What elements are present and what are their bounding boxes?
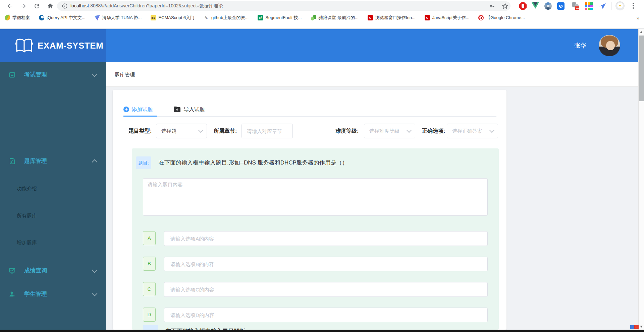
bookmark-star-icon[interactable] xyxy=(502,3,508,9)
difficulty-label: 难度等级: xyxy=(335,124,359,138)
tab-import-question[interactable]: 导入试题 xyxy=(173,104,210,116)
breadcrumb: 题库管理 xyxy=(115,62,135,87)
vue-devtools-icon[interactable] xyxy=(532,2,539,10)
open-book-logo-icon xyxy=(15,38,33,54)
user-avatar[interactable] xyxy=(599,35,620,56)
analysis-hint: 在下面的输入框中输入题目解析 xyxy=(165,325,245,330)
bookmark-item[interactable]: jQuery API 中文文... xyxy=(39,15,86,21)
correct-option-select[interactable]: 选择正确答案 xyxy=(447,124,498,138)
option-d-badge: D xyxy=(143,308,156,322)
browser-chrome: localhost:8088/#/addAnswerChildren?paper… xyxy=(0,0,644,28)
csdn-icon: C xyxy=(368,15,373,20)
tab-add-question[interactable]: + 添加试题 xyxy=(123,104,157,116)
chevron-down-icon xyxy=(198,127,204,133)
option-a-input[interactable] xyxy=(164,231,488,246)
sidebar-subitem-all-banks[interactable]: 所有题库 xyxy=(0,208,106,223)
question-bank-icon xyxy=(9,158,15,164)
active-tab-indicator xyxy=(123,116,157,117)
bookmark-item[interactable]: C浏览器窗口操作Inn... xyxy=(368,15,416,21)
tab-bar-divider xyxy=(123,116,496,117)
swirl-extension-icon[interactable] xyxy=(544,2,552,10)
chevron-down-icon xyxy=(92,267,98,273)
fehelper-grid-icon[interactable] xyxy=(585,2,592,10)
es6-icon: ES xyxy=(151,15,156,20)
sidebar-subitem-feature-intro[interactable]: 功能介绍 xyxy=(0,181,106,196)
chsi-leaf-icon xyxy=(4,14,11,21)
weibo-icon xyxy=(478,15,484,20)
url-text[interactable]: localhost:8088/#/addAnswerChildren?paper… xyxy=(70,0,223,12)
option-a-badge: A xyxy=(143,231,156,245)
screenshot-extension-icon[interactable] xyxy=(572,2,579,10)
correct-option-label: 正确选项: xyxy=(422,124,445,138)
bookmark-item[interactable]: CJavaScript关于作... xyxy=(425,15,470,21)
sidebar-nav: 考试管理 题库管理 功能介绍 所有题库 增加题库 成绩查询 xyxy=(0,62,106,330)
score-query-icon xyxy=(9,267,15,274)
plus-circle-icon: + xyxy=(123,107,129,112)
sidebar-subitem-add-bank[interactable]: 增加题库 xyxy=(0,235,106,250)
option-d-input[interactable] xyxy=(164,308,488,322)
scrollbar-thumb[interactable] xyxy=(639,36,644,101)
floating-badge-red[interactable] xyxy=(634,325,639,329)
password-key-icon[interactable] xyxy=(489,3,496,10)
main-card: + 添加试题 导入试题 题目类型: 选择题 所属章节: 难度等级: 选择难度等级… xyxy=(113,90,506,330)
chevron-up-icon xyxy=(92,159,98,165)
info-icon[interactable] xyxy=(62,3,68,9)
app-logo-text: EXAM-SYSTEM xyxy=(38,29,103,62)
sidebar-item-score-query[interactable]: 成绩查询 xyxy=(0,263,106,278)
import-icon xyxy=(173,106,181,113)
refresh-icon[interactable] xyxy=(34,3,40,9)
difficulty-select[interactable]: 选择难度等级 xyxy=(364,124,415,138)
student-manage-icon xyxy=(9,291,15,297)
forward-icon[interactable] xyxy=(20,3,27,9)
question-panel: 题目: 在下面的输入框中输入题目,形如--DNS 服务器和DHCP服务器的作用是… xyxy=(132,148,499,330)
scroll-up-arrow-icon[interactable] xyxy=(640,31,643,33)
bookmarks-bar: 学信档案 jQuery API 中文文... 清华大学 TUNA 协... ES… xyxy=(0,12,644,23)
chevron-down-icon xyxy=(92,71,98,77)
chevron-down-icon xyxy=(489,127,495,133)
sidebar-item-student-manage[interactable]: 学生管理 xyxy=(0,287,106,302)
question-content-textarea[interactable] xyxy=(143,178,488,216)
sidebar-item-question-bank[interactable]: 题库管理 xyxy=(0,154,106,169)
logo-block: EXAM-SYSTEM xyxy=(0,29,106,62)
segmentfault-icon: sf xyxy=(258,15,263,20)
bookmark-item[interactable]: 清华大学 TUNA 协... xyxy=(95,15,142,21)
back-icon[interactable] xyxy=(7,3,13,9)
exam-manage-icon xyxy=(9,71,15,78)
floating-badge-blue[interactable] xyxy=(630,325,634,329)
taskbar-edge xyxy=(0,330,644,332)
question-type-select[interactable]: 选择题 xyxy=(156,124,207,138)
screenshot-frame: localhost:8088/#/addAnswerChildren?paper… xyxy=(0,0,644,332)
adblock-icon[interactable] xyxy=(519,2,527,10)
question-badge: 题目: xyxy=(136,156,151,169)
bookmarks-overflow-chevron[interactable]: » xyxy=(637,15,639,21)
option-b-badge: B xyxy=(143,257,156,271)
csdn-icon: C xyxy=(425,15,430,20)
home-icon[interactable] xyxy=(47,3,54,9)
app-header: EXAM-SYSTEM xyxy=(0,29,638,62)
option-c-badge: C xyxy=(143,282,156,296)
page-scrollbar[interactable] xyxy=(638,29,644,330)
bookmark-item[interactable]: sfSegmentFault 技... xyxy=(258,15,302,21)
correct-option-placeholder: 选择正确答案 xyxy=(452,128,482,134)
sidebar-item-exam-manage[interactable]: 考试管理 xyxy=(0,67,106,82)
option-c-input[interactable] xyxy=(164,282,488,297)
option-b-input[interactable] xyxy=(164,257,488,271)
browser-menu-icon[interactable] xyxy=(633,3,634,9)
jquery-icon xyxy=(39,15,44,20)
bird-extension-icon[interactable] xyxy=(599,2,606,10)
profile-avatar[interactable] xyxy=(615,1,625,10)
user-name[interactable]: 张华 xyxy=(574,29,586,62)
bookmark-item[interactable]: 驰狼课堂-最前沿的... xyxy=(311,15,359,21)
check-extension-icon[interactable] xyxy=(557,2,565,10)
bookmark-item[interactable]: ESECMAScript 6入门 xyxy=(151,15,195,21)
bookmark-item[interactable]: 【Google Chrome... xyxy=(478,15,525,21)
chapter-input[interactable] xyxy=(241,124,293,138)
tuna-bird-icon xyxy=(95,15,100,20)
url-host: localhost xyxy=(70,3,89,8)
bookmark-item[interactable]: ✎github上最全的资... xyxy=(204,15,249,21)
bookmark-item[interactable]: 学信档案 xyxy=(5,15,30,21)
chevron-down-icon xyxy=(407,127,412,133)
breadcrumb-bar: 题库管理 xyxy=(106,62,638,87)
scroll-down-arrow-icon[interactable] xyxy=(640,326,643,328)
question-type-label: 题目类型: xyxy=(128,124,152,138)
